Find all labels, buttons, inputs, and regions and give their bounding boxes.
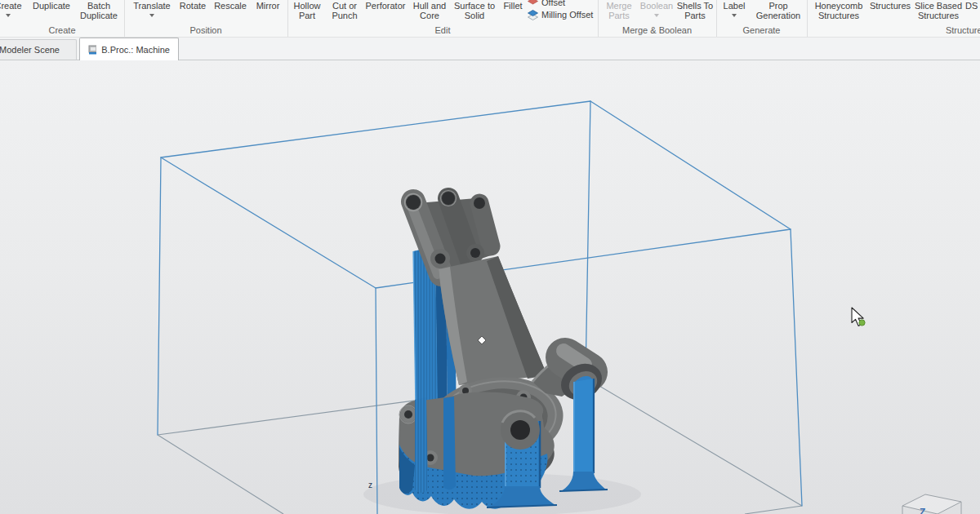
duplicate-button[interactable]: Duplicate bbox=[28, 0, 75, 24]
offset-button[interactable]: Offset bbox=[528, 0, 565, 8]
boolean-button[interactable]: Boolean bbox=[639, 0, 675, 24]
tab-bproc-machine[interactable]: B.Proc.: Machine bbox=[79, 38, 179, 60]
ribbon-group-generate: Label Prop Generation Generate bbox=[716, 0, 808, 37]
printed-part[interactable] bbox=[399, 191, 608, 509]
tab-modeler-scene[interactable]: Modeler Scene bbox=[0, 39, 77, 60]
hull-and-core-button[interactable]: Hull and Core bbox=[408, 0, 451, 24]
bproc-machine-icon bbox=[88, 45, 96, 55]
batch-duplicate-button[interactable]: Batch Duplicate bbox=[75, 0, 122, 24]
ribbon-toolbar: Create Duplicate Batch Duplicate Create … bbox=[0, 0, 980, 38]
group-label-generate: Generate bbox=[716, 25, 807, 35]
fillet-button[interactable]: Fillet bbox=[498, 0, 528, 24]
chevron-down-icon bbox=[732, 14, 737, 17]
milling-offset-icon bbox=[528, 10, 538, 20]
milling-offset-button[interactable]: Milling Offset bbox=[528, 9, 593, 20]
ribbon-group-edit: Hollow Part Cut or Punch Perforator Hull… bbox=[287, 0, 599, 37]
ribbon-group-structures: Honeycomb Structures Structures Slice Ba… bbox=[807, 0, 980, 37]
ds-trees-button[interactable]: DS Trees bbox=[965, 0, 980, 24]
ribbon-group-create: Create Duplicate Batch Duplicate Create bbox=[0, 0, 125, 37]
surface-to-solid-button[interactable]: Surface to Solid bbox=[451, 0, 498, 24]
merge-parts-button[interactable]: Merge Parts bbox=[599, 0, 639, 24]
group-label-create: Create bbox=[0, 25, 124, 35]
group-label-structures: Structures bbox=[807, 25, 980, 35]
shells-to-parts-button[interactable]: Shells To Parts bbox=[675, 0, 715, 24]
orientation-cube[interactable]: Z bbox=[902, 494, 961, 514]
rescale-button[interactable]: Rescale bbox=[211, 0, 250, 24]
part-center-boss bbox=[501, 410, 540, 450]
mouse-cursor bbox=[852, 308, 865, 326]
prop-generation-button[interactable]: Prop Generation bbox=[751, 0, 806, 24]
scene-tab-bar: Modeler Scene B.Proc.: Machine bbox=[0, 38, 980, 60]
cut-or-punch-button[interactable]: Cut or Punch bbox=[327, 0, 363, 24]
create-button[interactable]: Create bbox=[0, 0, 28, 24]
hollow-part-button[interactable]: Hollow Part bbox=[287, 0, 327, 24]
ribbon-group-merge-boolean: Merge Parts Boolean Shells To Parts Merg… bbox=[598, 0, 717, 37]
group-label-merge-boolean: Merge & Boolean bbox=[598, 25, 716, 35]
part-arm bbox=[439, 256, 547, 385]
rotate-button[interactable]: Rotate bbox=[175, 0, 211, 24]
chevron-down-icon bbox=[654, 14, 659, 17]
chevron-down-icon bbox=[6, 14, 11, 17]
cursor-status-badge bbox=[859, 320, 865, 326]
label-button[interactable]: Label bbox=[718, 0, 751, 24]
viewport-3d[interactable]: z bbox=[0, 60, 980, 514]
ribbon-group-position: Translate Rotate Rescale Mirror Position bbox=[124, 0, 288, 37]
group-label-position: Position bbox=[124, 25, 287, 35]
group-label-edit: Edit bbox=[287, 25, 598, 35]
structures-button[interactable]: Structures bbox=[869, 0, 911, 24]
z-axis-label: z bbox=[368, 481, 372, 490]
orientation-cube-z-label: Z bbox=[920, 507, 925, 514]
mirror-button[interactable]: Mirror bbox=[250, 0, 286, 24]
perforator-button[interactable]: Perforator bbox=[363, 0, 408, 24]
chevron-down-icon bbox=[149, 14, 154, 17]
offset-icon bbox=[528, 0, 538, 7]
translate-button[interactable]: Translate bbox=[129, 0, 175, 24]
slice-based-structures-button[interactable]: Slice Based Structures bbox=[911, 0, 965, 24]
honeycomb-structures-button[interactable]: Honeycomb Structures bbox=[808, 0, 869, 24]
